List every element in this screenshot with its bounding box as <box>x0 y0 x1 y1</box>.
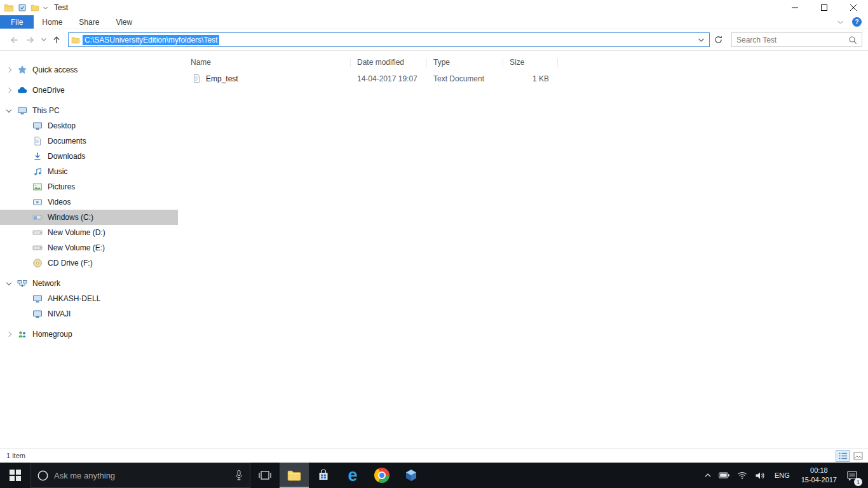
store-icon <box>317 469 330 482</box>
quick-access-toolbar <box>4 3 48 13</box>
virtualbox-button[interactable] <box>397 463 426 488</box>
minimize-button[interactable] <box>780 0 810 15</box>
tab-file[interactable]: File <box>0 15 34 29</box>
task-view-button[interactable] <box>250 463 280 488</box>
search-box[interactable] <box>731 32 862 47</box>
notification-badge: 1 <box>854 478 862 486</box>
navigation-pane: Quick access OneDrive This PC Desktop Do… <box>0 51 178 448</box>
window-title: Test <box>54 3 68 12</box>
chevron-right-icon[interactable] <box>6 67 11 72</box>
sidebar-item-label: This PC <box>32 106 60 115</box>
details-view-icon[interactable] <box>836 450 850 462</box>
download-icon <box>32 151 43 161</box>
picture-icon <box>32 182 43 192</box>
file-size: 1 KB <box>503 74 558 83</box>
chrome-button[interactable] <box>367 463 397 488</box>
start-button[interactable] <box>0 463 31 488</box>
back-button[interactable] <box>6 32 22 48</box>
taskbar-search-input[interactable] <box>54 471 229 480</box>
sidebar-item-this-pc[interactable]: This PC <box>0 103 178 118</box>
column-header-size[interactable]: Size <box>503 58 558 67</box>
tab-share[interactable]: Share <box>71 15 107 29</box>
sidebar-item-music[interactable]: Music <box>0 164 178 179</box>
sidebar-item-windows-c[interactable]: Windows (C:) <box>0 210 178 225</box>
address-path-text: C:\SASUniversityEdition\myfolders\Test <box>83 35 219 45</box>
sidebar-item-cd-drive-f[interactable]: CD Drive (F:) <box>0 255 178 271</box>
ribbon-tab-strip: File Home Share View <box>0 15 868 29</box>
sidebar-item-new-volume-d[interactable]: New Volume (D:) <box>0 225 178 240</box>
sidebar-item-desktop[interactable]: Desktop <box>0 118 178 133</box>
recent-locations-chevron-icon[interactable] <box>39 32 49 48</box>
file-type: Text Document <box>427 74 503 83</box>
file-explorer-icon <box>287 468 302 482</box>
thumbnail-view-icon[interactable] <box>851 450 865 462</box>
forward-button[interactable] <box>22 32 39 48</box>
sidebar-item-pictures[interactable]: Pictures <box>0 179 178 194</box>
sidebar-item-label: Network <box>32 279 60 288</box>
cortana-search-box[interactable] <box>31 463 250 488</box>
window-controls <box>780 0 868 15</box>
title-bar: Test <box>0 0 868 15</box>
homegroup-icon <box>17 329 27 339</box>
column-header-name[interactable]: Name <box>178 58 351 67</box>
battery-icon[interactable] <box>715 472 733 478</box>
column-header-date-modified[interactable]: Date modified <box>351 58 427 67</box>
drive-icon <box>32 243 43 253</box>
video-icon <box>32 197 43 207</box>
sidebar-item-label: Music <box>48 167 67 176</box>
sidebar-item-downloads[interactable]: Downloads <box>0 149 178 164</box>
maximize-button[interactable] <box>810 0 839 15</box>
volume-icon[interactable] <box>751 471 769 480</box>
file-explorer-button[interactable] <box>280 463 309 488</box>
sidebar-item-homegroup[interactable]: Homegroup <box>0 327 178 342</box>
edge-icon <box>348 467 357 484</box>
explorer-window: Test File Home Share View <box>0 0 868 463</box>
sidebar-item-quick-access[interactable]: Quick access <box>0 62 178 78</box>
sidebar-item-label: Quick access <box>32 65 78 74</box>
sidebar-item-nivaji[interactable]: NIVAJI <box>0 306 178 322</box>
expand-ribbon-icon[interactable] <box>837 20 843 24</box>
microphone-icon[interactable] <box>234 470 244 481</box>
edge-button[interactable] <box>338 463 367 488</box>
cortana-icon <box>37 470 49 482</box>
clock[interactable]: 00:18 15-04-2017 <box>796 466 843 485</box>
address-bar[interactable]: C:\SASUniversityEdition\myfolders\Test <box>68 32 710 47</box>
wifi-icon[interactable] <box>733 471 751 479</box>
action-center-button[interactable]: 1 <box>843 463 864 488</box>
store-button[interactable] <box>309 463 338 488</box>
chevron-up-icon[interactable] <box>701 473 715 477</box>
sidebar-item-new-volume-e[interactable]: New Volume (E:) <box>0 240 178 255</box>
tab-home[interactable]: Home <box>34 15 71 29</box>
sidebar-item-onedrive[interactable]: OneDrive <box>0 83 178 98</box>
sidebar-item-ahkash-dell[interactable]: AHKASH-DELL <box>0 291 178 306</box>
address-dropdown-icon[interactable] <box>696 38 707 42</box>
sidebar-item-videos[interactable]: Videos <box>0 194 178 210</box>
chevron-down-icon[interactable] <box>43 6 48 10</box>
sidebar-item-label: CD Drive (F:) <box>48 259 93 268</box>
properties-icon[interactable] <box>18 3 27 12</box>
chevron-right-icon[interactable] <box>6 88 11 93</box>
search-input[interactable] <box>736 36 848 44</box>
new-folder-icon[interactable] <box>31 3 39 12</box>
language-indicator[interactable]: ENG <box>769 471 796 479</box>
sidebar-item-label: Videos <box>48 198 71 207</box>
start-icon <box>10 470 21 481</box>
chevron-down-icon[interactable] <box>6 280 11 285</box>
chevron-down-icon[interactable] <box>6 107 11 112</box>
close-button[interactable] <box>839 0 868 15</box>
up-button[interactable] <box>49 32 64 48</box>
task-view-icon <box>258 470 272 481</box>
folder-icon <box>4 3 14 13</box>
column-header-type[interactable]: Type <box>427 58 503 67</box>
chevron-right-icon[interactable] <box>6 332 11 337</box>
sidebar-item-documents[interactable]: Documents <box>0 133 178 149</box>
sidebar-item-label: Windows (C:) <box>48 213 93 222</box>
file-row[interactable]: Emp_test 14-04-2017 19:07 Text Document … <box>178 70 868 88</box>
refresh-button[interactable] <box>710 32 726 48</box>
file-list-pane: Name Date modified Type Size Emp_test 14… <box>178 51 868 448</box>
sidebar-item-network[interactable]: Network <box>0 276 178 291</box>
drive-windows-icon <box>32 212 43 222</box>
tab-view[interactable]: View <box>107 15 140 29</box>
search-icon[interactable] <box>848 36 857 44</box>
help-icon[interactable] <box>852 17 862 27</box>
